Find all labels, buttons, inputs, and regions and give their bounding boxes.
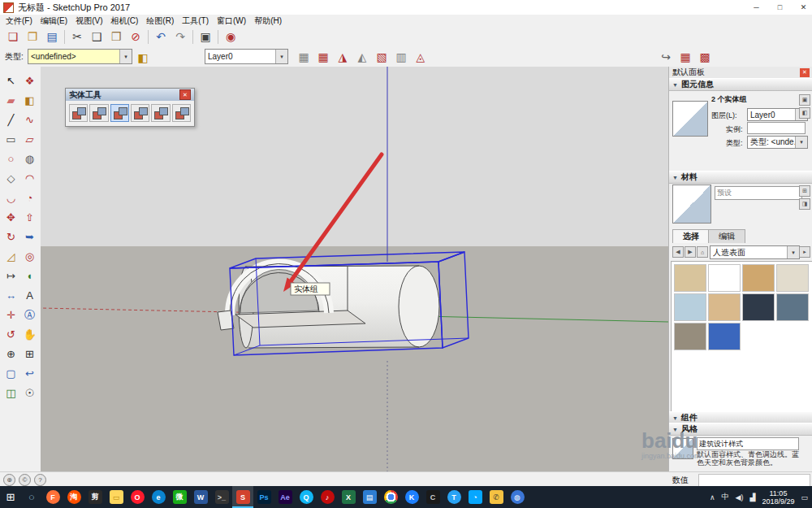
scale-tool[interactable]: ◿ xyxy=(2,247,20,266)
menu-tools[interactable]: 工具(T) xyxy=(178,15,213,27)
trim-button[interactable] xyxy=(151,104,170,122)
entity-type-combo[interactable]: 类型: <unde... ▾ xyxy=(747,136,808,149)
dimension-tool[interactable]: ↔ xyxy=(2,286,20,305)
clock[interactable]: 11:05 2018/9/29 xyxy=(762,489,794,506)
move-tool[interactable]: ✥ xyxy=(2,208,20,227)
print-button[interactable]: ▣ xyxy=(196,28,215,46)
orbit-tool[interactable]: ↺ xyxy=(2,325,20,344)
menu-edit[interactable]: 编辑(E) xyxy=(37,15,71,27)
details-arrow-icon[interactable]: ▸ xyxy=(799,246,810,258)
close-icon[interactable]: ✕ xyxy=(800,68,810,77)
extra-tool-2[interactable]: ▦ xyxy=(676,48,695,65)
sandbox-from-contours-button[interactable]: ▦ xyxy=(294,48,313,65)
pie-tool[interactable]: ◔ xyxy=(20,189,39,207)
material-swatch[interactable] xyxy=(708,323,741,350)
outer-shell-button[interactable] xyxy=(69,104,88,122)
folder-blue-icon[interactable]: ▤ xyxy=(359,486,380,508)
arc-tool[interactable]: ◠ xyxy=(20,169,39,188)
lock-toggle-icon[interactable]: ◧ xyxy=(799,107,810,119)
chevron-down-icon[interactable]: ▾ xyxy=(275,50,287,63)
drape-button[interactable]: ▧ xyxy=(372,48,391,65)
aftereffects-icon[interactable]: Ae xyxy=(274,486,296,508)
erase-button[interactable]: ⊘ xyxy=(126,28,145,46)
subtract-button[interactable] xyxy=(131,104,149,122)
style-name-field[interactable]: 建筑设计样式 xyxy=(697,437,799,450)
smoove-button[interactable]: ◮ xyxy=(333,48,352,65)
minimize-button[interactable]: ─ xyxy=(745,0,768,15)
word-icon[interactable]: W xyxy=(190,486,211,508)
edge-icon[interactable]: e xyxy=(148,486,169,508)
opera-icon[interactable]: O xyxy=(127,486,148,508)
menu-draw[interactable]: 绘图(R) xyxy=(142,15,178,27)
extra-tool-1[interactable]: ↪ xyxy=(656,48,676,65)
paste-button[interactable]: ❒ xyxy=(106,28,126,46)
polygon-tool[interactable]: ◇ xyxy=(2,169,20,188)
notification-center-icon[interactable]: ▭ xyxy=(801,493,808,501)
jianying-icon[interactable]: 剪 xyxy=(84,486,106,508)
material-swatch[interactable] xyxy=(776,264,809,292)
type-combo[interactable]: <undefined> ▾ xyxy=(28,49,132,64)
chrome-icon[interactable] xyxy=(380,486,401,508)
text-tool[interactable]: A xyxy=(20,286,39,305)
axes-tool[interactable]: ✛ xyxy=(2,306,20,324)
chevron-down-icon[interactable]: ▾ xyxy=(787,246,799,258)
firefox-icon[interactable]: F xyxy=(42,486,63,508)
phone-icon[interactable]: ✆ xyxy=(486,486,507,508)
kugou-icon[interactable]: K xyxy=(401,486,422,508)
close-button[interactable]: ✕ xyxy=(792,0,812,15)
sketchup-icon[interactable]: S xyxy=(232,486,253,508)
material-swatch[interactable] xyxy=(708,293,741,321)
3d-text-tool[interactable]: Ⓐ xyxy=(20,306,39,324)
tape-measure-tool[interactable]: ↦ xyxy=(2,267,20,285)
add-detail-button[interactable]: ▥ xyxy=(391,48,411,65)
save-button[interactable]: ▤ xyxy=(42,28,62,46)
new-button[interactable]: ❏ xyxy=(3,28,23,46)
menu-view[interactable]: 视图(V) xyxy=(71,15,106,27)
cut-button[interactable]: ✂ xyxy=(67,28,87,46)
two-point-arc-tool[interactable]: ◡ xyxy=(2,189,20,207)
material-name-field[interactable]: 预设 xyxy=(715,186,802,200)
terminal-icon[interactable]: >_ xyxy=(211,486,232,508)
forward-arrow-icon[interactable]: ▶ xyxy=(685,246,696,258)
apply-style-button[interactable]: ◧ xyxy=(133,49,153,66)
qq-icon[interactable]: Q xyxy=(296,486,317,508)
copy-button[interactable]: ❑ xyxy=(87,28,106,46)
hide-toggle-icon[interactable]: ▣ xyxy=(799,94,810,106)
zoom-window-tool[interactable]: ⊞ xyxy=(20,345,39,363)
file-explorer-icon[interactable]: ▭ xyxy=(106,486,127,508)
material-swatch[interactable] xyxy=(674,264,706,292)
chevron-down-icon[interactable]: ▾ xyxy=(795,137,807,148)
freehand-tool[interactable]: ∿ xyxy=(20,111,39,129)
cmd-icon[interactable]: C xyxy=(422,486,443,508)
material-swatch[interactable] xyxy=(742,293,775,321)
model-cylinder[interactable] xyxy=(218,263,439,348)
wechat-icon[interactable]: 微 xyxy=(169,486,190,508)
photoshop-icon[interactable]: Ps xyxy=(253,486,274,508)
search-button[interactable]: ○ xyxy=(21,486,42,508)
stamp-button[interactable]: ◭ xyxy=(352,48,372,65)
menu-file[interactable]: 文件(F) xyxy=(2,15,37,27)
offset-tool[interactable]: ◎ xyxy=(20,247,39,266)
tray-expand-icon[interactable]: ∧ xyxy=(710,493,715,501)
material-swatch[interactable] xyxy=(742,264,775,292)
model-info-button[interactable]: ◉ xyxy=(221,28,240,46)
set-default-material-icon[interactable]: ◨ xyxy=(799,198,810,210)
drawing-canvas[interactable]: 实体组 xyxy=(41,67,668,471)
follow-me-tool[interactable]: ➥ xyxy=(20,228,39,246)
section-plane-tool[interactable]: ◫ xyxy=(2,384,20,402)
menu-camera[interactable]: 相机(C) xyxy=(106,15,142,27)
redo-button[interactable]: ↷ xyxy=(171,28,190,46)
rotate-tool[interactable]: ↻ xyxy=(2,228,20,246)
menu-window[interactable]: 窗口(W) xyxy=(213,15,250,27)
sandbox-from-scratch-button[interactable]: ▦ xyxy=(313,48,333,65)
undo-button[interactable]: ↶ xyxy=(151,28,171,46)
make-component-tool[interactable]: ❖ xyxy=(20,72,39,90)
select-tool[interactable]: ↖ xyxy=(2,72,20,90)
union-button[interactable] xyxy=(110,104,129,122)
position-camera-tool[interactable]: ☉ xyxy=(20,384,39,402)
open-button[interactable]: ❐ xyxy=(23,28,42,46)
material-swatch[interactable] xyxy=(708,264,741,292)
previous-view-tool[interactable]: ↩ xyxy=(20,364,39,383)
geolocation-icon[interactable]: ⊕ xyxy=(3,474,15,486)
material-category-combo[interactable]: 人造表面 ▾ xyxy=(710,245,800,259)
